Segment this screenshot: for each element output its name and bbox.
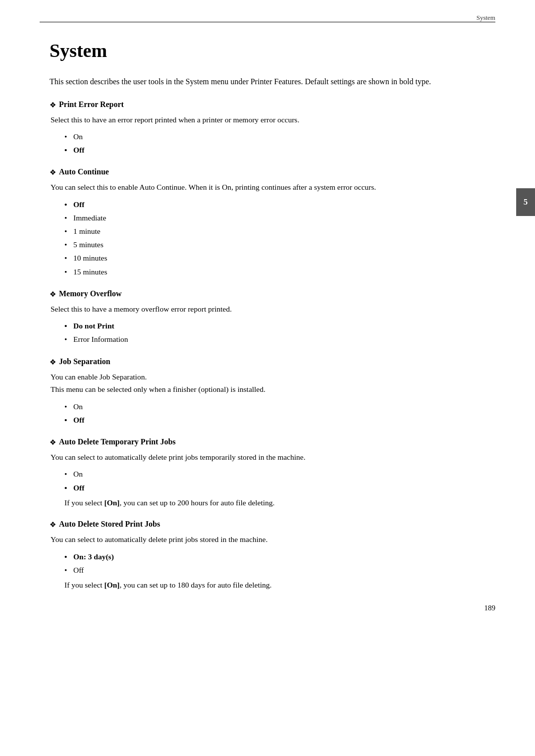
section-desc-auto-delete-stored: You can select to automatically delete p… [51, 533, 495, 546]
section-title-auto-delete-stored: Auto Delete Stored Print Jobs [50, 520, 495, 529]
list-item: 15 minutes [64, 265, 495, 278]
auto-delete-stored-note: If you select [On], you can set up to 18… [64, 579, 495, 592]
section-list-print-error-report: On Off [64, 130, 495, 157]
list-item: 5 minutes [64, 238, 495, 251]
page-number: 189 [484, 604, 496, 612]
list-item: Off [64, 563, 495, 577]
section-auto-delete-temp: Auto Delete Temporary Print Jobs You can… [50, 437, 495, 509]
list-item: Off [64, 481, 495, 494]
header-line [40, 22, 495, 22]
section-desc-print-error-report: Select this to have an error report prin… [51, 113, 495, 126]
list-item: 1 minute [64, 224, 495, 238]
section-list-auto-delete-temp: On Off [64, 467, 495, 494]
section-list-auto-delete-stored: On: 3 day(s) Off [64, 550, 495, 577]
section-desc-auto-continue: You can select this to enable Auto Conti… [51, 181, 495, 194]
page-title: System [50, 40, 495, 61]
section-desc-auto-delete-temp: You can select to automatically delete p… [51, 451, 495, 464]
section-title-auto-continue: Auto Continue [50, 167, 495, 177]
section-title-print-error-report: Print Error Report [50, 100, 495, 109]
list-item: Do not Print [64, 319, 495, 332]
list-item: 10 minutes [64, 251, 495, 265]
list-item: Off [64, 143, 495, 157]
section-list-job-separation: On Off [64, 400, 495, 427]
list-item: Immediate [64, 211, 495, 224]
list-item: On [64, 130, 495, 143]
intro-paragraph: This section describes the user tools in… [50, 75, 495, 88]
section-job-separation: Job Separation You can enable Job Separa… [50, 357, 495, 427]
list-item: Off [64, 413, 495, 427]
section-title-job-separation: Job Separation [50, 357, 495, 367]
section-desc-memory-overflow: Select this to have a memory overflow er… [51, 303, 495, 316]
list-item: Error Information [64, 332, 495, 346]
section-desc-job-separation: You can enable Job Separation.This menu … [51, 371, 495, 396]
section-memory-overflow: Memory Overflow Select this to have a me… [50, 289, 495, 346]
list-item: On [64, 400, 495, 413]
list-item: On [64, 467, 495, 481]
section-auto-continue: Auto Continue You can select this to ena… [50, 167, 495, 278]
list-item: Off [64, 198, 495, 211]
header-label: System [477, 14, 495, 22]
section-title-memory-overflow: Memory Overflow [50, 289, 495, 299]
section-title-auto-delete-temp: Auto Delete Temporary Print Jobs [50, 437, 495, 447]
tab-number: 5 [516, 188, 535, 216]
section-list-memory-overflow: Do not Print Error Information [64, 319, 495, 346]
section-print-error-report: Print Error Report Select this to have a… [50, 100, 495, 157]
list-item: On: 3 day(s) [64, 550, 495, 563]
auto-delete-temp-note: If you select [On], you can set up to 20… [64, 496, 495, 509]
section-auto-delete-stored: Auto Delete Stored Print Jobs You can se… [50, 520, 495, 591]
section-list-auto-continue: Off Immediate 1 minute 5 minutes 10 minu… [64, 198, 495, 278]
